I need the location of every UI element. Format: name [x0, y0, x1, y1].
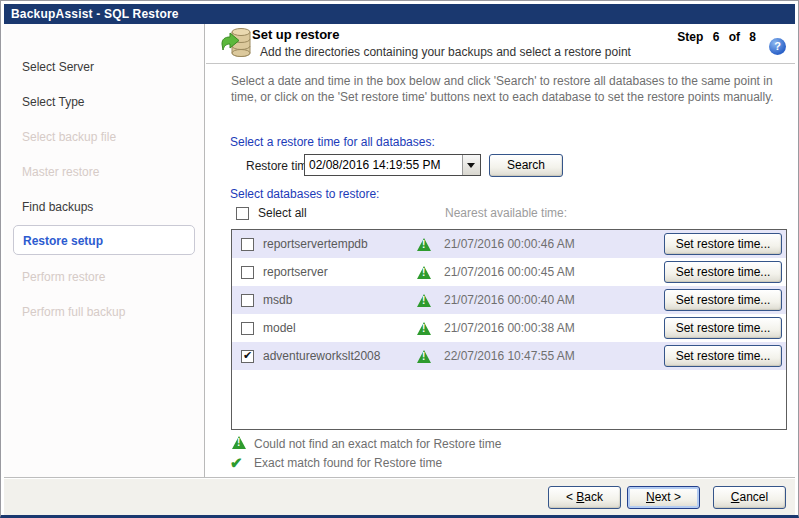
footer-bar: < Back Next > Cancel [4, 477, 795, 515]
restore-time-combobox[interactable]: 02/08/2016 14:19:55 PM [304, 154, 481, 176]
sidebar-item-master-restore: Master restore [22, 163, 99, 181]
sidebar-item-select-type[interactable]: Select Type [22, 93, 84, 111]
warning-triangle-icon [417, 238, 431, 251]
help-icon[interactable]: ? [769, 38, 786, 55]
step-subtitle: Add the directories containing your back… [260, 45, 631, 59]
window-title: BackupAssist - SQL Restore [11, 7, 179, 21]
set-restore-time-button[interactable]: Set restore time... [664, 345, 782, 367]
legend-exact-match-text: Exact match found for Restore time [254, 456, 442, 470]
nearest-available-time: 21/07/2016 00:00:38 AM [444, 321, 575, 335]
database-name: msdb [263, 293, 417, 307]
databases-section-label: Select databases to restore: [230, 187, 379, 201]
step-title: Set up restore [252, 27, 339, 42]
row-checkbox[interactable] [241, 294, 254, 307]
instructions-text: Select a date and time in the box below … [231, 73, 776, 105]
database-name: adventureworkslt2008 [263, 349, 417, 363]
row-checkbox[interactable] [241, 266, 254, 279]
sidebar-item-perform-full-backup: Perform full backup [22, 303, 125, 321]
sidebar-item-perform-restore: Perform restore [22, 268, 105, 286]
database-restore-icon [220, 26, 252, 64]
table-row: model 21/07/2016 00:00:38 AM Set restore… [232, 314, 786, 342]
sidebar-item-select-server[interactable]: Select Server [22, 58, 94, 76]
row-checkbox[interactable] [241, 350, 254, 363]
next-button[interactable]: Next > [627, 486, 700, 509]
set-restore-time-button[interactable]: Set restore time... [664, 317, 782, 339]
set-restore-time-button[interactable]: Set restore time... [664, 289, 782, 311]
nearest-available-time: 21/07/2016 00:00:45 AM [444, 265, 575, 279]
nearest-available-time: 21/07/2016 00:00:46 AM [444, 237, 575, 251]
warning-triangle-icon [417, 266, 431, 279]
search-button[interactable]: Search [489, 154, 563, 177]
back-button[interactable]: < Back [548, 486, 621, 509]
database-name: reportservertempdb [263, 237, 417, 251]
restore-time-value: 02/08/2016 14:19:55 PM [309, 158, 440, 172]
row-checkbox[interactable] [241, 322, 254, 335]
check-mark-icon: ✔ [230, 456, 243, 470]
legend-warning-text: Could not find an exact match for Restor… [254, 437, 501, 451]
restore-time-section-label: Select a restore time for all databases: [230, 135, 435, 149]
warning-triangle-icon [232, 436, 246, 449]
sidebar-item-find-backups[interactable]: Find backups [22, 198, 93, 216]
nearest-available-time: 21/07/2016 00:00:40 AM [444, 293, 575, 307]
cancel-button[interactable]: Cancel [713, 486, 786, 509]
set-restore-time-button[interactable]: Set restore time... [664, 233, 782, 255]
table-row: msdb 21/07/2016 00:00:40 AM Set restore … [232, 286, 786, 314]
database-name: reportserver [263, 265, 417, 279]
row-checkbox[interactable] [241, 238, 254, 251]
sql-restore-window: BackupAssist - SQL Restore Select Server… [0, 0, 799, 518]
sidebar-item-select-backup-file: Select backup file [22, 128, 116, 146]
chevron-down-icon[interactable] [462, 155, 480, 175]
select-all-checkbox[interactable] [236, 207, 249, 220]
nearest-time-column-header: Nearest available time: [445, 206, 567, 220]
table-row: reportserver 21/07/2016 00:00:45 AM Set … [232, 258, 786, 286]
nearest-available-time: 22/07/2016 10:47:55 AM [444, 349, 575, 363]
window-titlebar: BackupAssist - SQL Restore [4, 4, 795, 24]
wizard-steps-sidebar: Select Server Select Type Select backup … [4, 24, 205, 477]
wizard-header: Set up restore Add the directories conta… [206, 24, 795, 64]
warning-triangle-icon [417, 294, 431, 307]
warning-triangle-icon [417, 322, 431, 335]
databases-table: reportservertempdb 21/07/2016 00:00:46 A… [231, 229, 787, 430]
warning-triangle-icon [417, 350, 431, 363]
database-name: model [263, 321, 417, 335]
step-counter: Step 6 of 8 [606, 30, 756, 44]
sidebar-item-restore-setup[interactable]: Restore setup [23, 232, 103, 250]
set-restore-time-button[interactable]: Set restore time... [664, 261, 782, 283]
sidebar-active-item-box[interactable]: Restore setup [13, 225, 195, 255]
table-row: adventureworkslt2008 22/07/2016 10:47:55… [232, 342, 786, 370]
table-row: reportservertempdb 21/07/2016 00:00:46 A… [232, 230, 786, 258]
select-all-label: Select all [258, 206, 307, 220]
